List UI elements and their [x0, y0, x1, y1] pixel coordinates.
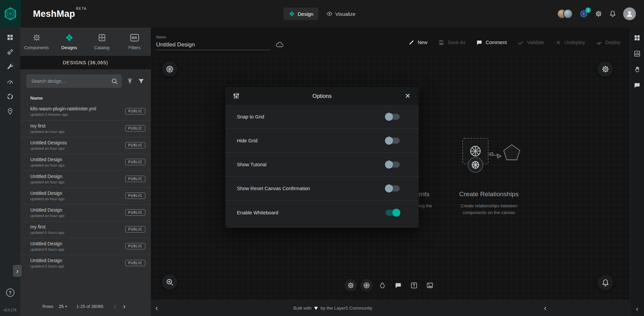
design-visibility-badge: PUBLIC	[125, 243, 145, 249]
tune-icon	[232, 92, 240, 100]
shapes-tool-button[interactable]	[376, 279, 389, 292]
text-tool-button[interactable]	[408, 279, 421, 292]
option-toggle[interactable]	[386, 185, 400, 191]
extensions-icon[interactable]	[6, 93, 14, 100]
upload-design-icon[interactable]	[126, 78, 133, 85]
meshmap-app: MeshMapBETA Design Visualize 1	[0, 0, 644, 316]
visualize-mode-button[interactable]: Visualize	[321, 8, 360, 20]
toggle-knob	[385, 161, 393, 169]
user-avatar[interactable]	[623, 7, 636, 20]
component-config-tool-button[interactable]	[345, 279, 357, 292]
undeploy-button[interactable]: Undeploy	[555, 39, 585, 46]
filter-icon[interactable]	[138, 78, 145, 85]
canvas-options-button[interactable]	[598, 61, 613, 77]
collaborator-avatar[interactable]	[563, 9, 573, 19]
tab-components[interactable]: Components	[20, 28, 53, 56]
search-row	[20, 69, 151, 92]
designs-panel: Components Designs Catalog WA Filters DE…	[20, 28, 151, 316]
widgets-icon[interactable]	[634, 34, 641, 41]
relationship-edge	[488, 154, 498, 156]
design-toolbar: Name New Save As Comment	[151, 28, 630, 56]
comment-tool-button[interactable]	[392, 279, 405, 292]
tab-filters[interactable]: WA Filters	[118, 28, 151, 56]
design-list-item[interactable]: Untitled Design updated an hour ago PUBL…	[20, 154, 151, 171]
option-toggle[interactable]	[386, 162, 400, 168]
comments-icon[interactable]	[634, 82, 641, 89]
next-page-button[interactable]: ›	[121, 303, 128, 310]
toggle-knob	[392, 209, 400, 217]
name-column-header: Name	[20, 92, 151, 103]
design-list-item[interactable]: Untitled Designss updated an hour ago PU…	[20, 137, 151, 154]
hand-interact-icon[interactable]	[634, 66, 641, 73]
option-toggle[interactable]	[386, 210, 400, 216]
settings-button[interactable]	[595, 10, 602, 17]
collapse-right-rail-button[interactable]: ‹	[636, 305, 638, 313]
new-button[interactable]: New	[408, 39, 427, 46]
collapse-left-panel-button[interactable]: ‹	[153, 304, 160, 313]
search-input[interactable]	[31, 78, 108, 84]
expand-nav-button[interactable]: ›	[13, 265, 22, 277]
heart-icon: ♥	[314, 305, 318, 312]
header-right: 1	[557, 7, 644, 20]
design-visibility-badge: PUBLIC	[125, 142, 145, 148]
kubernetes-context-button[interactable]: 1	[579, 9, 588, 18]
app-header: MeshMapBETA Design Visualize 1	[0, 0, 644, 28]
person-icon	[625, 9, 634, 18]
design-name-input[interactable]	[156, 41, 271, 48]
hint-description: Create relationships between components …	[435, 203, 543, 216]
design-mode-button[interactable]: Design	[284, 8, 319, 20]
design-list-item[interactable]: Untitled Design updated an hour ago PUBL…	[20, 204, 151, 221]
design-list-item[interactable]: Untitled Design updated an hour ago PUBL…	[20, 187, 151, 204]
prev-page-button[interactable]: ‹	[111, 303, 118, 310]
canvas-tool-dock	[345, 279, 436, 292]
image-icon	[426, 282, 434, 289]
performance-icon[interactable]	[6, 78, 14, 85]
analytics-icon[interactable]	[634, 50, 641, 57]
lifecycle-icon[interactable]	[6, 48, 14, 56]
option-toggle[interactable]	[386, 138, 400, 144]
design-name-field: Name	[156, 35, 284, 50]
option-label: Hide Grid	[237, 138, 257, 143]
design-list-item[interactable]: k8s-wasm-plugin-ratelimiter.yml updated …	[20, 103, 151, 120]
meshmap-pin-icon[interactable]	[6, 108, 14, 115]
tab-catalog[interactable]: Catalog	[85, 28, 118, 56]
catalog-icon	[98, 33, 106, 42]
collaborator-avatars[interactable]	[557, 9, 573, 19]
design-list-item[interactable]: Untitled Design updated 8 hours ago PUBL…	[20, 255, 151, 272]
dashboard-icon[interactable]	[6, 34, 14, 41]
close-modal-button[interactable]: ✕	[403, 91, 412, 101]
validate-button[interactable]: Validate	[517, 39, 544, 46]
save-as-button[interactable]: Save As	[438, 39, 465, 46]
gear-icon	[347, 282, 355, 289]
help-button[interactable]: ?	[6, 288, 14, 297]
configuration-icon[interactable]	[6, 63, 14, 71]
design-list-item[interactable]: Untitled Design updated 8 hours ago PUBL…	[20, 238, 151, 255]
design-canvas[interactable]: Drag & Drop Components Design your deplo…	[151, 56, 630, 300]
kubernetes-tool-button[interactable]	[360, 279, 373, 292]
search-icon[interactable]	[111, 78, 118, 85]
cloud-sync-icon[interactable]	[275, 40, 284, 49]
design-list-item[interactable]: Untitled Design updated an hour ago PUBL…	[20, 171, 151, 187]
nav-rail: › ? v0.6.176	[0, 28, 20, 316]
design-list-item[interactable]: my first updated 6 hours ago PUBLIC	[20, 221, 151, 238]
notifications-button[interactable]	[609, 10, 616, 17]
design-visibility-badge: PUBLIC	[125, 108, 145, 114]
layer5-logo[interactable]	[0, 0, 21, 28]
drop-shape-icon	[379, 282, 386, 289]
search-box[interactable]	[26, 74, 122, 88]
media-tool-button[interactable]	[424, 279, 436, 292]
zoom-button[interactable]	[162, 274, 177, 290]
deploy-button[interactable]: Deploy	[596, 39, 620, 46]
notification-center-button[interactable]	[598, 275, 613, 290]
design-list-item[interactable]: my first updated an hour ago PUBLIC	[20, 120, 151, 137]
rows-per-page-select[interactable]: 25 ▾	[59, 304, 67, 309]
tab-designs[interactable]: Designs	[53, 28, 85, 56]
option-toggle[interactable]	[386, 114, 400, 120]
toggle-knob	[385, 137, 393, 145]
kubernetes-quick-button[interactable]	[162, 61, 177, 77]
kubernetes-wheel-icon	[166, 65, 174, 73]
comment-button[interactable]: Comment	[476, 39, 507, 46]
pagination: Rows 25 ▾ 1-25 of 36065 ‹ ›	[20, 296, 151, 316]
design-name: Untitled Design	[30, 258, 114, 263]
collapse-right-drawer-button[interactable]: ‹	[541, 304, 549, 313]
